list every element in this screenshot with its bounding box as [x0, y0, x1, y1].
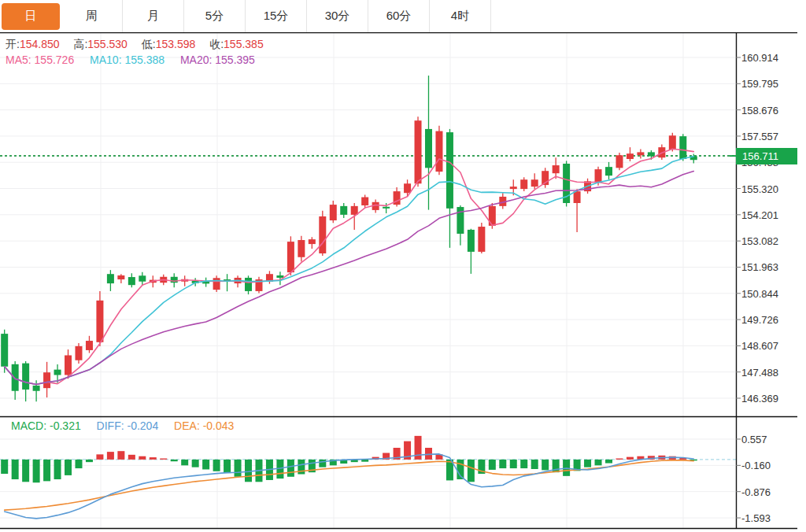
- price-tick: 153.082: [741, 235, 778, 247]
- diff-value: -0.204: [128, 419, 159, 432]
- price-tick: 147.488: [741, 367, 778, 379]
- price-tick: 150.844: [741, 288, 778, 300]
- tab-15min[interactable]: 15分: [246, 0, 307, 32]
- ma5-value: 155.726: [35, 54, 75, 66]
- close-value: 155.385: [224, 38, 264, 50]
- macd-tick: 0.557: [741, 434, 767, 445]
- tab-daily-label: 日: [2, 3, 60, 30]
- price-tick: 155.320: [741, 183, 778, 195]
- macd-label: MACD:: [11, 419, 46, 432]
- macd-tick: -1.593: [741, 512, 771, 524]
- ma10-label: MA10:: [90, 54, 121, 66]
- price-tick: 146.369: [741, 393, 778, 405]
- trading-chart-window: 日 周 月 5分 15分 30分 60分 4时 开:154.850 高:155.…: [0, 0, 806, 532]
- timeframe-tabbar: 日 周 月 5分 15分 30分 60分 4时: [0, 0, 806, 32]
- price-tick: 151.963: [741, 261, 778, 273]
- price-tick: 154.201: [741, 209, 778, 221]
- open-label: 开:: [6, 38, 20, 50]
- tab-monthly[interactable]: 月: [123, 0, 184, 32]
- candlestick-chart-canvas[interactable]: [0, 0, 806, 532]
- ma20-value: 155.395: [215, 54, 255, 66]
- ma10-value: 155.388: [124, 54, 165, 66]
- diff-label: DIFF:: [97, 419, 124, 432]
- high-label: 高:: [73, 38, 87, 50]
- low-value: 153.598: [156, 38, 196, 50]
- price-tick: 159.795: [741, 78, 778, 90]
- tab-daily[interactable]: 日: [0, 0, 61, 32]
- tab-5min[interactable]: 5分: [184, 0, 246, 32]
- price-tick: 158.676: [741, 105, 778, 116]
- low-label: 低:: [142, 38, 156, 50]
- ohlc-readout: 开:154.850 高:155.530 低:153.598 收:155.385: [6, 38, 275, 52]
- macd-value: -0.321: [50, 419, 81, 432]
- tab-4hour[interactable]: 4时: [430, 0, 491, 32]
- ma20-label: MA20:: [180, 54, 212, 66]
- price-tick: 149.726: [741, 314, 778, 326]
- price-tick: 160.914: [741, 52, 778, 64]
- macd-readout: MACD: -0.321 DIFF: -0.204 DEA: -0.043: [11, 419, 246, 432]
- price-tick: 148.607: [741, 340, 778, 352]
- macd-tick: -0.160: [741, 460, 771, 471]
- ma5-label: MA5:: [6, 54, 31, 66]
- dea-value: -0.043: [203, 419, 235, 432]
- price-tick: 157.557: [741, 131, 778, 142]
- high-value: 155.530: [87, 38, 128, 50]
- macd-tick: -0.876: [741, 486, 771, 498]
- close-label: 收:: [209, 38, 224, 50]
- open-value: 154.850: [20, 38, 60, 50]
- tab-30min[interactable]: 30分: [307, 0, 368, 32]
- ma-readout: MA5: 155.726 MA10: 155.388 MA20: 155.395: [6, 54, 268, 66]
- tab-weekly[interactable]: 周: [61, 0, 123, 32]
- tab-60min[interactable]: 60分: [368, 0, 430, 32]
- dea-label: DEA:: [174, 419, 200, 432]
- current-price-badge: 156.711: [736, 148, 797, 164]
